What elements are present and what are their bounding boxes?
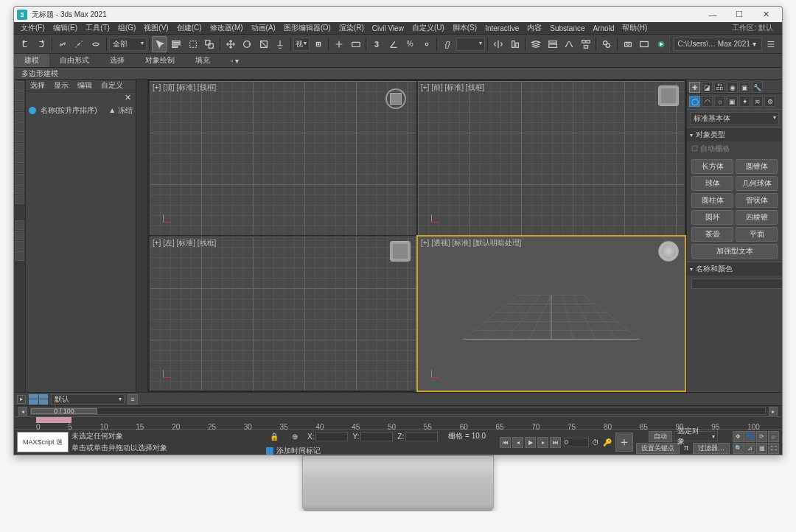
current-frame-input[interactable]	[564, 438, 589, 447]
placement-button[interactable]	[272, 36, 288, 52]
viewport-front[interactable]: [+] [前] [标准] [线框]	[418, 81, 685, 235]
toggle-ribbon-button[interactable]	[545, 36, 561, 52]
maximize-button[interactable]: ☐	[726, 7, 753, 22]
time-prev[interactable]: ◂	[18, 407, 27, 416]
btn-teapot[interactable]: 茶壶	[691, 227, 733, 242]
select-object-button[interactable]	[152, 36, 168, 52]
viewport-layout-button[interactable]	[29, 394, 48, 405]
set-key-button[interactable]: ＋	[615, 433, 633, 452]
viewport-front-label[interactable]: [+] [前] [标准] [线框]	[421, 83, 484, 93]
nav-zoom-all[interactable]: ▦	[756, 443, 767, 454]
cat-shapes[interactable]: ◠	[702, 96, 713, 107]
spinner-snap-button[interactable]	[419, 36, 435, 52]
mirror-button[interactable]	[490, 36, 506, 52]
unlink-button[interactable]	[71, 36, 88, 52]
btn-tube[interactable]: 管状体	[736, 193, 778, 208]
lt-16[interactable]	[15, 251, 24, 261]
menu-file[interactable]: 文件(F)	[17, 22, 49, 34]
lt-7[interactable]	[15, 143, 24, 153]
lt-14[interactable]	[15, 231, 24, 240]
time-slider[interactable]: ◂ 0 / 100 ▸	[14, 406, 782, 416]
add-time-tag[interactable]: 添加时间标记	[276, 446, 321, 455]
goto-end-button[interactable]: ⏭	[550, 437, 561, 448]
ribbon-tab-selection[interactable]: 选择	[100, 54, 135, 67]
rollout-namecolor[interactable]: 名称和颜色	[687, 262, 782, 276]
lt-11[interactable]	[15, 184, 24, 194]
nav-walk[interactable]: 👣	[744, 431, 755, 442]
viewcube-front[interactable]	[658, 85, 679, 106]
btn-box[interactable]: 长方体	[691, 159, 733, 174]
scene-tab-custom[interactable]: 自定义	[97, 80, 128, 91]
goto-start-button[interactable]: ⏮	[500, 437, 511, 448]
menu-customize[interactable]: 自定义(U)	[408, 22, 448, 34]
btn-pyramid[interactable]: 四棱锥	[736, 210, 778, 225]
manipulate-button[interactable]	[331, 36, 347, 52]
lt-1[interactable]	[15, 81, 24, 91]
menu-script[interactable]: 脚本(S)	[449, 22, 481, 34]
refcoord-dropdown[interactable]: 视	[293, 38, 310, 51]
nav-orbit[interactable]: ⟳	[756, 431, 767, 442]
next-frame-button[interactable]: ▸	[537, 437, 548, 448]
percent-snap-button[interactable]: %	[402, 36, 418, 52]
minimize-button[interactable]: —	[699, 7, 726, 22]
viewcube-left[interactable]	[390, 241, 411, 262]
nav-pan[interactable]: ✥	[733, 431, 744, 442]
prev-frame-button[interactable]: ◂	[512, 437, 523, 448]
align-button[interactable]	[507, 36, 523, 52]
lt-3[interactable]	[15, 102, 24, 111]
ribbon-tab-modeling[interactable]: 建模	[14, 54, 49, 67]
autokey-button[interactable]: 自动	[649, 431, 672, 442]
link-button[interactable]	[55, 36, 71, 52]
lt-12[interactable]	[15, 195, 24, 204]
named-sel-button[interactable]: {}	[439, 36, 455, 52]
menu-help[interactable]: 帮助(H)	[618, 22, 651, 34]
lt-2[interactable]	[15, 91, 24, 101]
lt-15[interactable]	[15, 241, 24, 251]
snap-3-button[interactable]: 3	[369, 36, 385, 52]
menu-edit[interactable]: 编辑(E)	[49, 22, 81, 34]
scene-close-button[interactable]: ✕	[26, 91, 136, 104]
panel-tab-motion[interactable]: ◉	[727, 82, 738, 93]
scene-tab-edit[interactable]: 编辑	[73, 80, 97, 91]
menu-animation[interactable]: 动画(A)	[248, 22, 279, 34]
lt-8[interactable]	[15, 153, 24, 163]
panel-tab-display[interactable]: ▣	[739, 82, 750, 93]
lt-9[interactable]	[15, 164, 24, 173]
material-editor-button[interactable]	[598, 36, 615, 52]
menu-modifiers[interactable]: 修改器(M)	[206, 22, 247, 34]
schematic-view-button[interactable]	[578, 36, 594, 52]
angle-snap-button[interactable]	[385, 36, 402, 52]
key-mode-button[interactable]: 🔑	[602, 437, 612, 447]
btn-cylinder[interactable]: 圆柱体	[691, 193, 733, 208]
layer-explorer-button[interactable]	[528, 36, 544, 52]
workspace-label[interactable]: 工作区: 默认	[728, 22, 779, 34]
render-button[interactable]	[653, 36, 669, 52]
window-crossing-button[interactable]	[201, 36, 217, 52]
named-sel-dropdown[interactable]	[456, 38, 486, 51]
viewcube-top[interactable]	[385, 88, 406, 109]
cat-lights[interactable]: ☼	[714, 96, 725, 107]
btn-sphere[interactable]: 球体	[691, 176, 733, 191]
geometry-type-dropdown[interactable]: 标准基本体	[690, 112, 779, 125]
time-range-bar[interactable]	[36, 417, 71, 423]
rotate-button[interactable]	[239, 36, 255, 52]
ribbon-tab-populate[interactable]: 填充	[185, 54, 220, 67]
select-name-button[interactable]	[168, 36, 184, 52]
autogrid-checkbox[interactable]: ☐ 自动栅格	[687, 141, 782, 156]
layer-expand-button[interactable]: ▸	[17, 395, 26, 404]
project-path[interactable]: C:\Users\… Max 2021 ▾	[674, 38, 762, 51]
menu-interactive[interactable]: Interactive	[481, 24, 523, 33]
menu-civil[interactable]: Civil View	[369, 24, 408, 33]
undo-button[interactable]	[17, 36, 33, 52]
menu-arnold[interactable]: Arnold	[590, 24, 618, 33]
scene-tab-display[interactable]: 显示	[49, 80, 73, 91]
menu-render[interactable]: 渲染(R)	[335, 22, 368, 34]
menu-group[interactable]: 组(G)	[114, 22, 139, 34]
scene-header[interactable]: 名称(按升序排序)	[41, 105, 97, 116]
scene-header-freeze[interactable]: ▲ 冻结	[108, 105, 133, 116]
menu-create[interactable]: 创建(C)	[173, 22, 206, 34]
nav-fov[interactable]: ⊿	[744, 443, 755, 454]
nav-zoom[interactable]: 🔍	[733, 443, 744, 454]
btn-geosphere[interactable]: 几何球体	[736, 176, 778, 191]
selection-filter-dropdown[interactable]: 全部	[109, 38, 147, 51]
